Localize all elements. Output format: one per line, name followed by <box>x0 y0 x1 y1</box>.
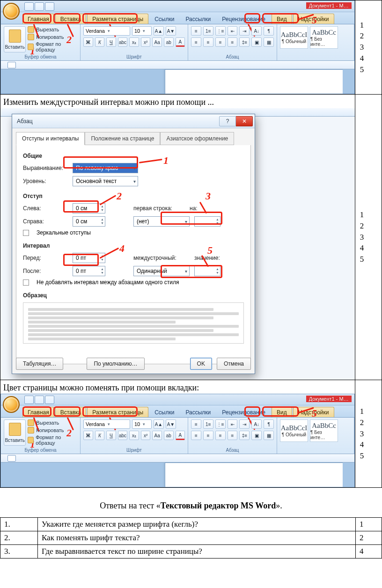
multilevel-icon[interactable]: ⋮≡ <box>215 419 226 429</box>
justify-icon[interactable]: ≡ <box>228 431 238 440</box>
strike-icon[interactable]: abc <box>118 37 128 47</box>
line-spacing-icon[interactable]: ‡≡ <box>239 431 250 440</box>
align-right-icon[interactable]: ≡ <box>215 431 226 440</box>
tab-home[interactable]: Главная <box>22 14 54 24</box>
sort-icon[interactable]: A↓ <box>251 419 262 429</box>
dlg-tab-asian[interactable]: Азиатское оформление <box>160 132 234 145</box>
bold-icon[interactable]: Ж <box>83 37 93 47</box>
align-left-icon[interactable]: ≡ <box>191 37 201 47</box>
alignment-select[interactable]: По левому краю <box>73 163 138 173</box>
font-name-select[interactable]: Verdana <box>83 26 130 36</box>
qat-redo-icon[interactable] <box>45 2 54 11</box>
highlight-icon[interactable]: ab <box>164 37 174 47</box>
dont-add-space-checkbox[interactable] <box>23 279 29 286</box>
tabs-button[interactable]: Табуляция… <box>16 358 63 370</box>
font-size-select[interactable]: 10 <box>132 26 152 36</box>
multilevel-icon[interactable]: ⋮≡ <box>215 26 226 36</box>
superscript-icon[interactable]: x² <box>141 431 151 440</box>
borders-icon[interactable]: ▦ <box>264 431 274 440</box>
bullets-icon[interactable]: ≡ <box>191 419 201 429</box>
tab-insert[interactable]: Вставка <box>55 14 87 24</box>
line-spacing-select[interactable]: Одинарный <box>133 266 190 276</box>
dedent-icon[interactable]: ⇤ <box>228 419 238 429</box>
cancel-button[interactable]: Отмена <box>217 358 251 370</box>
subscript-icon[interactable]: x₂ <box>129 37 139 47</box>
font-size-select[interactable]: 10 <box>132 419 152 429</box>
style-nospacing[interactable]: AaBbCc ¶ Без инте… <box>310 26 338 49</box>
office-button-icon[interactable] <box>3 3 20 20</box>
pilcrow-icon[interactable]: ¶ <box>264 419 274 429</box>
mirror-indents-checkbox[interactable] <box>23 230 29 236</box>
shading-icon[interactable]: ▣ <box>251 431 262 440</box>
numbering-icon[interactable]: 1≡ <box>203 419 213 429</box>
line-spacing-at-field[interactable] <box>194 266 220 276</box>
bullets-icon[interactable]: ≡ <box>191 26 201 36</box>
bold-icon[interactable]: Ж <box>83 431 93 440</box>
align-left-icon[interactable]: ≡ <box>191 431 201 440</box>
tab-view[interactable]: Вид <box>272 407 292 417</box>
font-color-icon[interactable]: A <box>176 431 185 440</box>
format-painter-button[interactable]: Формат по образцу <box>28 434 77 446</box>
firstline-select[interactable]: (нет) <box>133 216 190 227</box>
qat-undo-icon[interactable] <box>35 396 44 404</box>
tab-page-layout[interactable]: Разметка страницы <box>87 14 148 24</box>
underline-icon[interactable]: Ч <box>106 37 116 47</box>
strike-icon[interactable]: abc <box>118 431 128 440</box>
dlg-tab-indents[interactable]: Отступы и интервалы <box>16 132 85 145</box>
font-name-select[interactable]: Verdana <box>83 419 130 429</box>
align-center-icon[interactable]: ≡ <box>203 37 213 47</box>
close-button[interactable]: ✕ <box>236 116 253 126</box>
tab-mailings[interactable]: Рассылки <box>180 14 216 24</box>
indent-icon[interactable]: ⇥ <box>239 419 250 429</box>
default-button[interactable]: По умолчанию… <box>87 358 144 370</box>
paste-button[interactable]: Вставить <box>4 419 26 446</box>
justify-icon[interactable]: ≡ <box>228 37 238 47</box>
subscript-icon[interactable]: x₂ <box>129 431 139 440</box>
qat-save-icon[interactable] <box>24 2 34 11</box>
italic-icon[interactable]: К <box>95 37 105 47</box>
tab-references[interactable]: Ссылки <box>149 407 179 417</box>
highlight-icon[interactable]: ab <box>164 431 174 440</box>
italic-icon[interactable]: К <box>95 431 105 440</box>
space-after-field[interactable]: 0 пт <box>73 266 105 276</box>
font-color-icon[interactable]: A <box>176 37 185 47</box>
pilcrow-icon[interactable]: ¶ <box>264 26 274 36</box>
paste-button[interactable]: Вставить <box>4 26 26 52</box>
shrink-font-icon[interactable]: A▼ <box>166 419 176 429</box>
dedent-icon[interactable]: ⇤ <box>228 26 238 36</box>
tab-view[interactable]: Вид <box>272 14 292 24</box>
qat-redo-icon[interactable] <box>45 396 54 404</box>
align-center-icon[interactable]: ≡ <box>203 431 213 440</box>
ok-button[interactable]: OK <box>190 358 212 370</box>
cut-button[interactable]: Вырезать <box>28 419 77 426</box>
firstline-by-field[interactable] <box>194 216 220 227</box>
style-normal[interactable]: AaBbCcI ¶ Обычный <box>280 419 308 442</box>
format-painter-button[interactable]: Формат по образцу <box>28 41 77 52</box>
tab-review[interactable]: Рецензирование <box>217 14 271 24</box>
align-right-icon[interactable]: ≡ <box>215 37 226 47</box>
copy-button[interactable]: Копировать <box>28 427 77 434</box>
tab-home[interactable]: Главная <box>22 407 54 417</box>
style-nospacing[interactable]: AaBbCc ¶ Без инте… <box>310 419 338 442</box>
sort-icon[interactable]: A↓ <box>251 26 262 36</box>
tab-review[interactable]: Рецензирование <box>217 407 271 417</box>
style-normal[interactable]: AaBbCcI ¶ Обычный <box>280 26 308 49</box>
numbering-icon[interactable]: 1≡ <box>203 26 213 36</box>
dlg-tab-position[interactable]: Положение на странице <box>85 132 160 145</box>
superscript-icon[interactable]: x² <box>141 37 151 47</box>
tab-page-layout[interactable]: Разметка страницы <box>87 407 148 417</box>
office-button-icon[interactable] <box>3 396 20 413</box>
tab-insert[interactable]: Вставка <box>55 407 87 417</box>
help-button[interactable]: ? <box>219 116 236 126</box>
indent-right-field[interactable]: 0 см <box>73 216 105 227</box>
grow-font-icon[interactable]: A▲ <box>154 26 164 36</box>
shrink-font-icon[interactable]: A▼ <box>166 26 176 36</box>
underline-icon[interactable]: Ч <box>106 431 116 440</box>
tab-references[interactable]: Ссылки <box>149 14 179 24</box>
shading-icon[interactable]: ▣ <box>251 37 262 47</box>
grow-font-icon[interactable]: A▲ <box>154 419 164 429</box>
line-spacing-icon[interactable]: ‡≡ <box>239 37 250 47</box>
text-effects-icon[interactable]: Aa <box>152 431 162 440</box>
qat-save-icon[interactable] <box>24 396 34 404</box>
borders-icon[interactable]: ▦ <box>264 37 274 47</box>
